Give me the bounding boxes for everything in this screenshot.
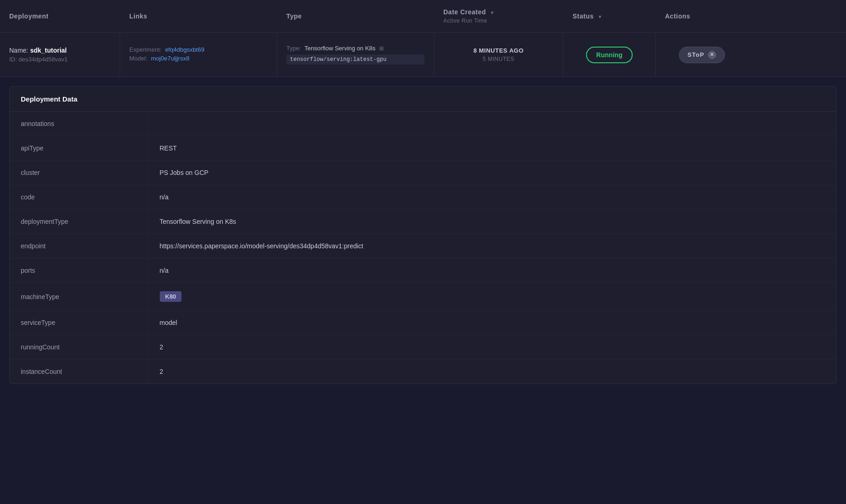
table-header: Deployment Links Type Date Created ▼ Act… [0,0,846,33]
machine-type-badge: K80 [160,291,182,302]
data-key: instanceCount [10,360,148,384]
model-link[interactable]: moj0e7uljjrsx8 [151,55,189,62]
data-row: runningCount2 [10,335,836,360]
data-row: deploymentTypeTensorflow Serving on K8s [10,210,836,234]
deployment-data-title: Deployment Data [10,87,836,112]
data-key: annotations [10,112,148,136]
date-ago: 8 MINUTES AGO [443,47,554,54]
experiment-row: Experiment: efq4dbgsxbt69 [129,46,267,53]
type-cell: Type: Tensorflow Serving on K8s ⊞ tensor… [277,33,434,77]
data-row: endpointhttps://services.paperspace.io/m… [10,234,836,258]
data-value: K80 [148,283,836,311]
date-sort-icon[interactable]: ▼ [490,10,495,15]
type-label: Type: Tensorflow Serving on K8s ⊞ [286,45,424,52]
data-key: runningCount [10,335,148,360]
stop-x-icon: ✕ [708,51,716,59]
deployment-cell: Name: sdk_tutorial ID: des34dp4d58vav1 [0,33,120,77]
data-row: clusterPS Jobs on GCP [10,161,836,185]
header-type: Type [277,0,434,32]
header-status: Status ▼ [563,0,656,32]
data-value: REST [148,136,836,161]
status-sort-icon[interactable]: ▼ [598,14,602,19]
header-date-created: Date Created ▼ Active Run Time [434,0,563,32]
data-value: Tensorflow Serving on K8s [148,210,836,234]
data-value: https://services.paperspace.io/model-ser… [148,234,836,258]
data-row: annotations [10,112,836,136]
deployment-data-table: annotationsapiTypeRESTclusterPS Jobs on … [10,112,836,384]
model-row: Model: moj0e7uljjrsx8 [129,55,267,62]
data-value: 2 [148,360,836,384]
table-row: Name: sdk_tutorial ID: des34dp4d58vav1 E… [0,33,846,77]
data-value: PS Jobs on GCP [148,161,836,185]
data-row: coden/a [10,185,836,210]
data-value: n/a [148,185,836,210]
header-deployment: Deployment [0,0,120,32]
data-row: portsn/a [10,258,836,283]
data-key: code [10,185,148,210]
data-row: apiTypeREST [10,136,836,161]
data-row: machineTypeK80 [10,283,836,311]
data-key: cluster [10,161,148,185]
active-run-time: 5 MINUTES [443,56,554,62]
type-badge: tensorflow/serving:latest-gpu [286,54,424,65]
links-cell: Experiment: efq4dbgsxbt69 Model: moj0e7u… [120,33,277,77]
deployment-name: Name: sdk_tutorial [9,47,110,54]
deployment-id: ID: des34dp4d58vav1 [9,56,110,63]
actions-cell: SToP ✕ [656,33,748,77]
data-key: machineType [10,283,148,311]
data-key: apiType [10,136,148,161]
stop-button[interactable]: SToP ✕ [679,47,725,63]
date-cell: 8 MINUTES AGO 5 MINUTES [434,33,563,77]
running-badge: Running [586,47,633,63]
data-row: instanceCount2 [10,360,836,384]
deployment-data-section: Deployment Data annotationsapiTypeRESTcl… [9,86,837,384]
data-key: ports [10,258,148,283]
data-key: deploymentType [10,210,148,234]
data-key: endpoint [10,234,148,258]
status-cell: Running [563,33,656,77]
data-value: model [148,311,836,335]
data-value: 2 [148,335,836,360]
data-row: serviceTypemodel [10,311,836,335]
header-actions: Actions [656,0,748,32]
experiment-link[interactable]: efq4dbgsxbt69 [165,46,204,53]
data-key: serviceType [10,311,148,335]
data-value: n/a [148,258,836,283]
data-value [148,112,836,136]
grid-icon: ⊞ [379,45,384,52]
header-links: Links [120,0,277,32]
